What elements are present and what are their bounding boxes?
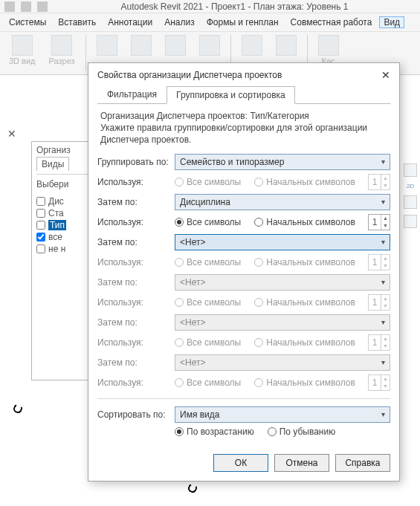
spin-chars: 1▲▼ — [368, 334, 390, 351]
combo-group-3[interactable]: <Нет> ▾ — [175, 234, 390, 250]
panel-close-icon[interactable]: ✕ — [7, 128, 16, 140]
combo-group-1[interactable]: Семейство и типоразмер ▾ — [175, 154, 390, 170]
chevron-down-icon: ▾ — [381, 158, 385, 166]
combo-group-6: <Нет> ▾ — [175, 354, 390, 371]
spin-chars[interactable]: 1▲▼ — [368, 174, 390, 190]
ribbon-button[interactable] — [196, 35, 223, 56]
dialog-intro: Организация Диспетчера проектов: Тип/Кат… — [100, 110, 387, 146]
dialog-button-row: ОК Отмена Справка — [88, 448, 399, 481]
menu-item[interactable]: Совместная работа — [286, 16, 377, 28]
spin-chars[interactable]: 1▲▼ — [368, 254, 390, 270]
combo-value: <Нет> — [180, 237, 205, 247]
tab-filter[interactable]: Фильтрация — [97, 85, 167, 103]
radio-lead-chars[interactable]: Начальных символов — [254, 257, 355, 267]
menu-item[interactable]: Вставить — [54, 16, 100, 28]
radio-lead-chars[interactable]: Начальных символов — [254, 177, 355, 187]
radio-lead-chars: Начальных символов — [254, 377, 355, 388]
menu-item[interactable]: Аннотации — [103, 16, 157, 28]
ribbon-icon — [276, 35, 297, 56]
chevron-up-icon[interactable]: ▲ — [381, 175, 390, 182]
ribbon-separator — [85, 35, 86, 71]
radio-all-chars[interactable]: Все символы — [175, 217, 241, 227]
chevron-down-icon: ▾ — [381, 358, 385, 366]
chevron-down-icon[interactable]: ▼ — [381, 182, 390, 189]
label-using: Используя: — [97, 177, 169, 187]
checkbox[interactable] — [36, 197, 45, 206]
checkbox[interactable] — [36, 244, 45, 253]
dialog-tabs: Фильтрация Группировка и сортировка — [97, 85, 390, 104]
menu-item-view[interactable]: Вид — [379, 16, 404, 28]
browser-org-dialog: Свойства организации Диспетчера проектов… — [88, 62, 400, 481]
title-bar: Autodesk Revit 2021 - Проект1 - План эта… — [0, 0, 420, 13]
palette-label: 2D — [407, 183, 414, 189]
palette-icon[interactable] — [404, 163, 417, 177]
ribbon-icon — [199, 35, 220, 56]
close-icon[interactable]: ✕ — [380, 69, 392, 81]
menu-item[interactable]: Анализ — [160, 16, 199, 28]
ribbon-button[interactable] — [239, 35, 265, 56]
checkbox[interactable] — [36, 233, 45, 241]
checkbox[interactable] — [36, 221, 45, 230]
chevron-up-icon[interactable]: ▲ — [381, 215, 390, 222]
combo-group-2[interactable]: Дисциплина ▾ — [175, 194, 390, 210]
ok-button[interactable]: ОК — [213, 454, 268, 472]
chevron-down-icon: ▼ — [381, 302, 390, 310]
cube-icon — [12, 35, 33, 56]
busy-cursor-icon — [12, 403, 23, 414]
ribbon-button[interactable]: Кас — [315, 35, 342, 65]
combo-value: <Нет> — [180, 357, 205, 368]
label-then-by: Затем по: — [97, 197, 169, 207]
radio-ascending[interactable]: По возрастанию — [175, 426, 254, 437]
combo-value: <Нет> — [180, 277, 205, 288]
ribbon-button[interactable] — [94, 35, 120, 56]
checkbox[interactable] — [36, 209, 45, 218]
chevron-down-icon: ▾ — [381, 278, 385, 286]
ribbon-button[interactable] — [273, 35, 300, 56]
label-then-by: Затем по: — [97, 317, 169, 328]
radio-all-chars[interactable]: Все символы — [175, 257, 241, 267]
chevron-down-icon: ▾ — [381, 410, 385, 418]
dialog-title-text: Свойства организации Диспетчера проектов — [97, 70, 282, 80]
ribbon-button-3dview[interactable]: 3D вид — [6, 35, 39, 65]
menu-bar: Системы Вставить Аннотации Анализ Формы … — [0, 13, 420, 32]
combo-group-5: <Нет> ▾ — [175, 314, 390, 331]
radio-lead-chars[interactable]: Начальных символов — [254, 217, 355, 227]
radio-all-chars: Все символы — [175, 377, 241, 388]
radio-all-chars[interactable]: Все символы — [175, 177, 241, 187]
palette-icon[interactable] — [404, 215, 417, 228]
radio-lead-chars: Начальных символов — [254, 337, 355, 348]
label-sort-by: Сортировать по: — [97, 409, 169, 420]
chevron-up-icon: ▲ — [381, 295, 390, 302]
section-icon — [51, 35, 72, 56]
combo-value: Семейство и типоразмер — [180, 157, 284, 167]
chevron-up-icon: ▲ — [381, 335, 390, 343]
ribbon-button[interactable] — [162, 35, 189, 56]
chevron-down-icon: ▾ — [381, 198, 385, 206]
label-using: Используя: — [97, 337, 169, 348]
spin-chars[interactable]: 1▲▼ — [368, 214, 390, 230]
help-button[interactable]: Справка — [335, 454, 390, 472]
combo-value: <Нет> — [180, 317, 205, 328]
combo-sort[interactable]: Имя вида ▾ — [175, 406, 390, 423]
qat-icon — [21, 1, 31, 12]
ribbon-icon — [131, 35, 152, 56]
ribbon-button[interactable] — [128, 35, 155, 56]
ribbon-icon — [242, 35, 262, 56]
app-title: Autodesk Revit 2021 - Проект1 - План эта… — [54, 1, 416, 12]
cancel-button[interactable]: Отмена — [274, 454, 329, 472]
radio-descending[interactable]: По убыванию — [268, 426, 336, 437]
chevron-down-icon: ▾ — [381, 318, 385, 326]
menu-item[interactable]: Системы — [4, 16, 51, 28]
intro-line-1: Организация Диспетчера проектов: Тип/Кат… — [100, 110, 387, 122]
panel-tab-views[interactable]: Виды — [36, 157, 69, 171]
chevron-down-icon[interactable]: ▼ — [381, 262, 390, 270]
chevron-up-icon[interactable]: ▲ — [381, 255, 390, 262]
label-then-by: Затем по: — [97, 357, 169, 368]
palette-icon[interactable] — [404, 195, 417, 209]
tab-grouping[interactable]: Группировка и сортировка — [167, 86, 295, 104]
menu-item[interactable]: Формы и генплан — [202, 16, 283, 28]
chevron-down-icon[interactable]: ▼ — [381, 222, 390, 230]
ribbon-button-section[interactable]: Разрез — [46, 35, 78, 65]
qat-icon — [4, 1, 15, 12]
label-using: Используя: — [97, 377, 169, 388]
